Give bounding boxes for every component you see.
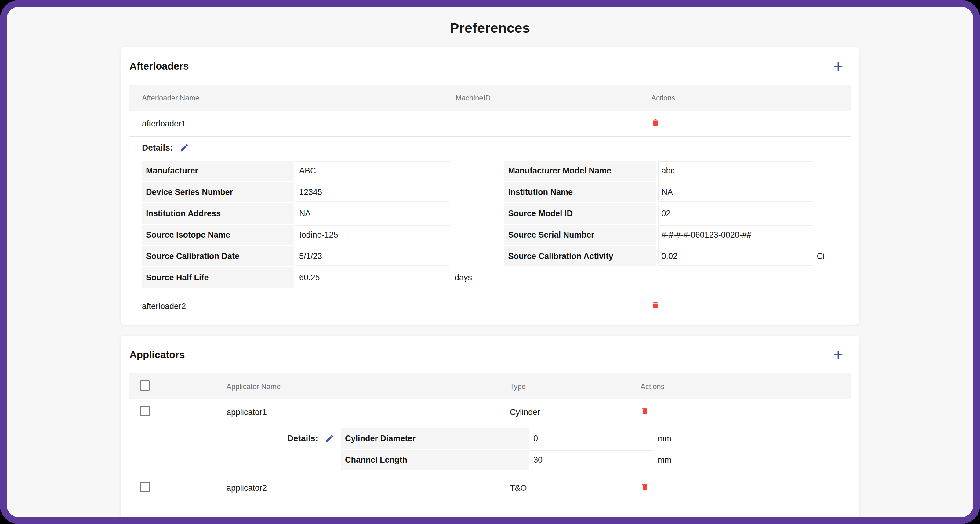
applicator-row-checkbox[interactable]: [140, 406, 150, 416]
details-right-column: Manufacturer Model Name Institution Name…: [504, 161, 851, 289]
edit-afterloader-details-button[interactable]: [180, 143, 189, 153]
details-label: Details:: [142, 143, 173, 153]
column-header-type: Type: [508, 382, 637, 391]
detail-label: Device Series Number: [142, 182, 294, 202]
cylinder-diameter-field[interactable]: [530, 429, 653, 448]
source-calibration-date-field[interactable]: [296, 247, 450, 266]
edit-applicator-details-button[interactable]: [325, 434, 334, 443]
detail-unit: mm: [658, 455, 671, 465]
applicators-card: Applicators + Applicator Name Type Actio…: [121, 336, 859, 524]
detail-unit: days: [455, 273, 472, 282]
trash-icon: [641, 406, 649, 416]
applicator-row-2: applicator2 T&O: [129, 475, 851, 501]
detail-label: Source Calibration Date: [142, 246, 294, 266]
afterloaders-card-header: Afterloaders +: [129, 56, 851, 72]
column-header-afterloader-name: Afterloader Name: [129, 94, 455, 102]
detail-label: Institution Name: [504, 182, 656, 202]
select-all-checkbox[interactable]: [140, 381, 150, 390]
delete-afterloader-button[interactable]: [651, 300, 660, 310]
detail-row: Source Model ID: [504, 203, 851, 223]
applicator-type: T&O: [508, 483, 637, 493]
afterloader-name: afterloader2: [129, 302, 455, 311]
pencil-icon: [325, 434, 334, 443]
detail-row: Cylinder Diameter mm: [341, 428, 671, 449]
detail-row: Manufacturer: [142, 161, 489, 181]
detail-label: Channel Length: [341, 450, 529, 470]
column-header-applicator-name: Applicator Name: [225, 382, 508, 391]
detail-row: Source Isotope Name: [142, 225, 489, 245]
afterloaders-section-title: Afterloaders: [129, 61, 189, 72]
details-left-column: Manufacturer Device Series Number Instit…: [142, 161, 489, 289]
detail-row: Source Calibration Date: [142, 246, 489, 266]
afterloaders-card: Afterloaders + Afterloader Name MachineI…: [121, 47, 859, 325]
source-serial-number-field[interactable]: [658, 225, 812, 244]
applicator-row-checkbox[interactable]: [140, 482, 150, 492]
applicator-name: applicator2: [225, 483, 508, 493]
institution-name-field[interactable]: [658, 183, 812, 202]
applicators-card-header: Applicators +: [129, 345, 851, 361]
channel-length-field[interactable]: [530, 451, 653, 469]
trash-icon: [651, 118, 660, 127]
detail-label: Institution Address: [142, 203, 294, 223]
trash-icon: [641, 482, 649, 492]
source-calibration-activity-field[interactable]: [658, 247, 812, 266]
detail-row: Source Calibration Activity Ci: [504, 246, 851, 266]
detail-label: Manufacturer Model Name: [504, 161, 656, 181]
add-afterloader-button[interactable]: +: [830, 62, 846, 70]
applicator-details-section: Details: Cylinder Diameter mm Channel Le…: [129, 425, 851, 475]
applicators-section-title: Applicators: [129, 349, 185, 361]
add-applicator-button[interactable]: +: [830, 351, 846, 359]
details-label: Details:: [287, 433, 318, 443]
delete-applicator-button[interactable]: [641, 482, 649, 492]
column-header-machine-id: MachineID: [455, 94, 646, 102]
detail-unit: Ci: [817, 252, 825, 261]
detail-label: Source Calibration Activity: [504, 246, 656, 266]
applicator-name: applicator1: [225, 408, 508, 417]
window-frame: Preferences Afterloaders + Afterloader N…: [0, 0, 980, 524]
afterloader-details-grid: Manufacturer Device Series Number Instit…: [142, 161, 851, 289]
afterloader-details-header: Details:: [129, 137, 851, 159]
applicator-row-1: applicator1 Cylinder: [129, 400, 851, 425]
applicator-type: Cylinder: [508, 408, 637, 417]
manufacturer-field[interactable]: [296, 161, 450, 180]
applicator-details-rows: Cylinder Diameter mm Channel Length mm: [341, 428, 671, 471]
detail-row: Channel Length mm: [341, 450, 671, 470]
detail-row: Institution Name: [504, 182, 851, 202]
manufacturer-model-name-field[interactable]: [658, 161, 812, 180]
institution-address-field[interactable]: [296, 204, 450, 223]
detail-label: Source Half Life: [142, 268, 294, 288]
detail-row: Institution Address: [142, 203, 489, 223]
column-header-actions: Actions: [646, 94, 851, 102]
detail-label: Source Isotope Name: [142, 225, 294, 245]
delete-afterloader-button[interactable]: [651, 118, 660, 127]
detail-unit: mm: [658, 434, 671, 443]
applicator-details-header: Details:: [129, 428, 341, 449]
pencil-icon: [180, 143, 189, 153]
detail-label: Source Serial Number: [504, 225, 656, 245]
detail-label: Source Model ID: [504, 203, 656, 223]
detail-row: Source Half Life days: [142, 268, 489, 288]
afterloader-row-1: afterloader1: [129, 111, 851, 137]
device-series-number-field[interactable]: [296, 183, 450, 202]
applicators-table-header: Applicator Name Type Actions: [129, 373, 851, 400]
afterloaders-table-header: Afterloader Name MachineID Actions: [129, 85, 851, 111]
afterloader-name: afterloader1: [129, 119, 455, 129]
detail-row: Device Series Number: [142, 182, 489, 202]
trash-icon: [651, 300, 660, 310]
detail-label: Cylinder Diameter: [341, 428, 529, 449]
detail-row: Manufacturer Model Name: [504, 161, 851, 181]
afterloader-row-2: afterloader2: [129, 293, 851, 319]
detail-label: Manufacturer: [142, 161, 294, 181]
delete-applicator-button[interactable]: [641, 406, 649, 416]
page-title: Preferences: [7, 20, 973, 36]
source-isotope-name-field[interactable]: [296, 225, 450, 244]
source-model-id-field[interactable]: [658, 204, 812, 223]
column-header-actions: Actions: [637, 382, 851, 391]
detail-row: Source Serial Number: [504, 225, 851, 245]
source-half-life-field[interactable]: [296, 268, 450, 287]
